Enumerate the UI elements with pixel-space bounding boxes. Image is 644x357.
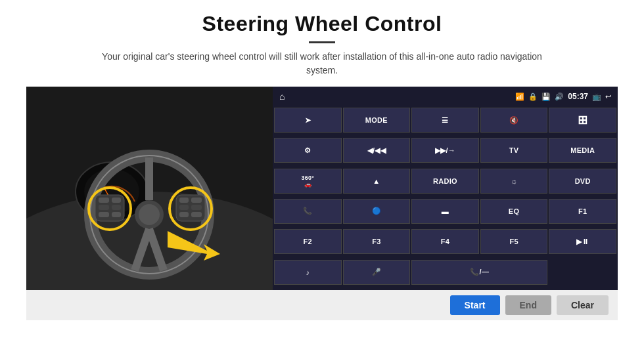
svg-rect-20: [99, 212, 109, 217]
svg-rect-24: [179, 205, 189, 210]
brightness-btn[interactable]: ☼: [480, 169, 548, 194]
svg-rect-26: [179, 212, 189, 217]
sd-icon: 💾: [541, 93, 551, 101]
music-btn[interactable]: ♪: [274, 260, 342, 285]
phonecall-btn[interactable]: 📞/—: [411, 260, 547, 285]
tv-btn[interactable]: TV: [480, 138, 548, 163]
start-button[interactable]: Start: [450, 295, 500, 315]
phone-btn[interactable]: 📞: [274, 199, 342, 224]
wifi-icon: 📶: [515, 93, 524, 101]
list-btn[interactable]: ☰: [411, 108, 479, 133]
mode-btn[interactable]: MODE: [343, 108, 411, 133]
cam360-btn[interactable]: 360°🚗: [274, 169, 342, 194]
status-bar: ⌂ 📶 🔒 💾 🔊 05:37 📺 ↩: [273, 87, 618, 106]
f3-btn[interactable]: F3: [343, 229, 411, 254]
mic-btn[interactable]: 🎤: [343, 260, 411, 285]
prev-btn[interactable]: ◀/◀◀: [343, 138, 411, 163]
cast-icon: 📺: [592, 93, 601, 101]
svg-point-10: [139, 204, 160, 225]
svg-rect-23: [191, 198, 202, 203]
page-title: Steering Wheel Control: [26, 12, 618, 36]
status-right: 📶 🔒 💾 🔊 05:37 📺 ↩: [515, 92, 611, 101]
svg-rect-21: [112, 212, 121, 217]
f4-btn[interactable]: F4: [411, 229, 479, 254]
title-divider: [309, 41, 335, 43]
svg-rect-22: [179, 198, 189, 203]
f1-btn[interactable]: F1: [549, 199, 616, 224]
rect-btn[interactable]: ▬: [411, 199, 479, 224]
svg-rect-19: [112, 205, 121, 210]
nav-btn[interactable]: ➤: [274, 108, 342, 133]
eq-btn[interactable]: EQ: [480, 199, 548, 224]
radio-btn[interactable]: RADIO: [411, 169, 479, 194]
content-area: ⌂ 📶 🔒 💾 🔊 05:37 📺 ↩ ➤ MODE ☰ 🔇 ⊞: [26, 87, 618, 290]
control-panel: ⌂ 📶 🔒 💾 🔊 05:37 📺 ↩ ➤ MODE ☰ 🔇 ⊞: [273, 87, 618, 290]
button-grid: ➤ MODE ☰ 🔇 ⊞ ⚙ ◀/◀◀ ▶▶/→ TV MEDIA 360°🚗 …: [273, 106, 618, 290]
dvd-btn[interactable]: DVD: [549, 169, 616, 194]
svg-rect-16: [99, 198, 109, 203]
back-icon[interactable]: ↩: [605, 93, 611, 101]
clear-button[interactable]: Clear: [557, 295, 609, 315]
nav2-btn[interactable]: 🔵: [343, 199, 411, 224]
f2-btn[interactable]: F2: [274, 229, 342, 254]
mute-btn[interactable]: 🔇: [480, 108, 548, 133]
time-display: 05:37: [568, 92, 588, 101]
f5-btn[interactable]: F5: [480, 229, 548, 254]
home-icon[interactable]: ⌂: [279, 91, 285, 102]
status-left: ⌂: [279, 91, 285, 102]
next-btn[interactable]: ▶▶/→: [411, 138, 479, 163]
end-button[interactable]: End: [505, 295, 551, 315]
svg-rect-27: [191, 212, 202, 217]
svg-rect-18: [99, 205, 109, 210]
car-image: [26, 87, 273, 290]
eject-btn[interactable]: ▲: [343, 169, 411, 194]
subtitle: Your original car's steering wheel contr…: [92, 50, 552, 77]
bluetooth-icon: 🔊: [555, 93, 564, 101]
media-btn[interactable]: MEDIA: [549, 138, 616, 163]
lock-icon: 🔒: [528, 93, 538, 101]
page-wrapper: Steering Wheel Control Your original car…: [0, 0, 644, 357]
svg-rect-25: [191, 205, 202, 210]
settings-btn[interactable]: ⚙: [274, 138, 342, 163]
action-bar: Start End Clear: [26, 290, 618, 320]
playpause-btn[interactable]: ▶⏸: [549, 229, 616, 254]
title-section: Steering Wheel Control Your original car…: [26, 12, 618, 77]
apps-btn[interactable]: ⊞: [549, 108, 616, 133]
svg-rect-17: [112, 198, 121, 203]
